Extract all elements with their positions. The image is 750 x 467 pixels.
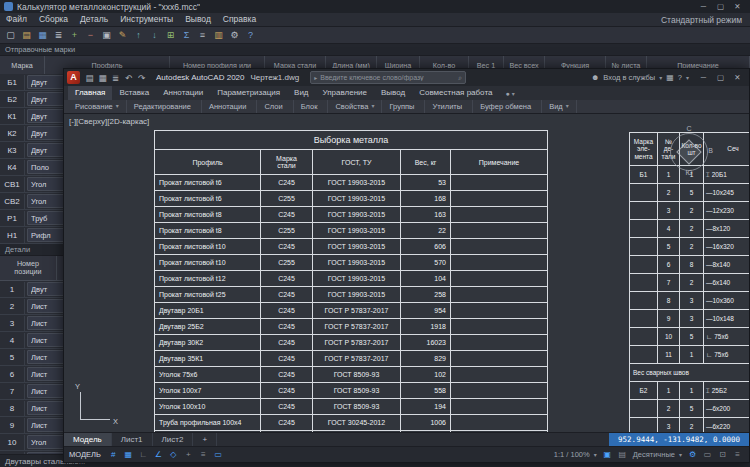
column-header[interactable]: Марка xyxy=(0,56,45,74)
ribbon-tab[interactable]: Вставка xyxy=(112,86,156,100)
position-number[interactable]: 6 xyxy=(0,367,25,382)
drawing-viewport[interactable]: [-][Сверху][2D-каркас] Выборка металла П… xyxy=(64,114,749,432)
ribbon-options-icon[interactable]: ● xyxy=(505,90,509,97)
object-snap-icon[interactable]: ◇ xyxy=(167,449,180,461)
snap-tracking-icon[interactable]: + xyxy=(182,449,195,461)
grid-icon[interactable]: # xyxy=(107,449,120,461)
mark-label[interactable]: Р1 xyxy=(0,211,25,226)
position-number[interactable]: 8 xyxy=(0,401,25,416)
ribbon-panel[interactable]: Буфер обмена xyxy=(473,100,542,113)
position-number[interactable]: 5 xyxy=(0,350,25,365)
save-icon[interactable]: ▦ xyxy=(35,29,50,42)
help-search-input[interactable]: ▸ Введите ключевое слово/фразу ⌕ xyxy=(310,71,466,84)
position-number[interactable]: 1 xyxy=(0,282,25,297)
app-minimize-button[interactable]: ─ xyxy=(695,0,712,13)
save-icon[interactable]: ▦ xyxy=(96,73,109,83)
layout-tab[interactable]: + xyxy=(193,433,217,446)
chart-icon[interactable]: ▥ xyxy=(211,29,226,42)
customization-icon[interactable]: ≡ xyxy=(731,449,744,461)
app-maximize-button[interactable]: ▢ xyxy=(712,0,729,13)
layout-tab[interactable]: Лист1 xyxy=(112,433,153,446)
position-number[interactable]: 2 xyxy=(0,299,25,314)
annotation-visibility-icon[interactable]: ▣ xyxy=(601,449,614,461)
chevron-down-icon[interactable]: ▾ xyxy=(659,74,662,81)
autocad-logo-icon[interactable]: A xyxy=(67,71,80,84)
ribbon-tab[interactable]: Вывод xyxy=(374,86,412,100)
ribbon-tab[interactable]: Управление xyxy=(316,86,374,100)
ribbon-panel[interactable]: Утилиты xyxy=(425,100,473,113)
chevron-down-icon[interactable]: ▾ xyxy=(679,451,682,458)
layout-tab[interactable]: Лист2 xyxy=(153,433,194,446)
delete-mark-icon[interactable]: − xyxy=(83,29,98,42)
layout-tab[interactable]: Модель xyxy=(64,433,112,446)
clean-screen-icon[interactable]: ⊡ xyxy=(716,449,729,461)
ribbon-tab[interactable]: Главная xyxy=(68,86,112,100)
position-number[interactable]: 9 xyxy=(0,418,25,433)
chevron-down-icon[interactable]: ▾ xyxy=(594,451,597,458)
ribbon-panel[interactable]: Группы xyxy=(382,100,425,113)
ribbon-panel[interactable]: Аннотации xyxy=(202,100,258,113)
mark-label[interactable]: К3 xyxy=(0,143,25,158)
viewport-controls-label[interactable]: [-][Сверху][2D-каркас] xyxy=(69,117,149,126)
workspace-gear-icon[interactable]: ⚙ xyxy=(686,449,699,461)
list-icon[interactable]: ≡ xyxy=(195,29,210,42)
mark-label[interactable]: Н1 xyxy=(0,228,25,243)
annotation-autoscale-icon[interactable]: ▤ xyxy=(616,449,629,461)
column-header-position[interactable]: Номер позиции xyxy=(0,256,57,280)
ribbon-panel[interactable]: Рисование▾ xyxy=(68,100,127,113)
signin-button[interactable]: Вход в службы xyxy=(603,73,655,82)
mark-label[interactable]: К1 xyxy=(0,109,25,124)
position-number[interactable]: 4 xyxy=(0,333,25,348)
model-space-label[interactable]: МОДЕЛЬ xyxy=(69,450,101,459)
position-number[interactable]: 10 xyxy=(0,435,25,450)
mark-label[interactable]: СВ1 xyxy=(0,177,25,192)
menu-item[interactable]: Деталь xyxy=(74,13,114,26)
ribbon-tab[interactable]: Аннотации xyxy=(156,86,210,100)
mark-label[interactable]: К4 xyxy=(0,160,25,175)
snap-mode-icon[interactable]: ▦ xyxy=(122,449,135,461)
viewcube-north-label[interactable]: С xyxy=(686,125,691,132)
units-value[interactable]: Десятичные xyxy=(633,450,675,459)
ribbon-panel[interactable]: Свойства▾ xyxy=(328,100,382,113)
help-menu[interactable]: ? xyxy=(678,73,682,82)
copy-icon[interactable]: ▣ xyxy=(99,29,114,42)
settings-icon[interactable]: ⚙ xyxy=(227,29,242,42)
menu-item[interactable]: Файл xyxy=(0,13,33,26)
undo-icon[interactable]: ↶ xyxy=(122,73,135,83)
new-doc-icon[interactable]: ▢ xyxy=(3,29,18,42)
chevron-down-icon[interactable]: ▾ xyxy=(686,74,689,81)
annotation-scale-value[interactable]: 1:1 / 100% xyxy=(554,450,590,459)
move-up-icon[interactable]: ↑ xyxy=(131,29,146,42)
annotation-monitor-icon[interactable]: ▭ xyxy=(701,449,714,461)
edit-icon[interactable]: ✎ xyxy=(115,29,130,42)
ortho-icon[interactable]: ∟ xyxy=(137,449,150,461)
open-folder-icon[interactable]: ▤ xyxy=(19,29,34,42)
viewcube-south-label[interactable]: Ю xyxy=(685,169,692,176)
print-icon[interactable]: ≣ xyxy=(109,73,122,83)
viewcube-east-label[interactable]: В xyxy=(708,147,713,154)
polar-tracking-icon[interactable]: ∠ xyxy=(152,449,165,461)
apps-icon[interactable]: ▦ xyxy=(666,73,674,82)
acad-maximize-button[interactable]: ▢ xyxy=(712,69,729,86)
viewcube[interactable]: С В Ю xyxy=(667,128,711,172)
acad-close-button[interactable]: ✕ xyxy=(729,69,746,86)
ribbon-panel[interactable]: Блок xyxy=(294,100,329,113)
mark-label[interactable]: СВ2 xyxy=(0,194,25,209)
ribbon-panel[interactable]: Слои xyxy=(257,100,293,113)
menu-item[interactable]: Инструменты xyxy=(114,13,179,26)
chevron-down-icon[interactable]: ▾ xyxy=(512,90,515,97)
mark-label[interactable]: Б1 xyxy=(0,75,25,90)
menu-item[interactable]: Сборка xyxy=(33,13,74,26)
open-file-icon[interactable]: ▤ xyxy=(83,73,96,83)
help-icon[interactable]: ? xyxy=(243,29,258,42)
app-close-button[interactable]: ✕ xyxy=(729,0,746,13)
menu-item[interactable]: Справка xyxy=(217,13,262,26)
add-mark-icon[interactable]: + xyxy=(67,29,82,42)
sum-icon[interactable]: Σ xyxy=(179,29,194,42)
lineweight-icon[interactable]: ≡ xyxy=(197,449,210,461)
table-icon[interactable]: ⊞ xyxy=(163,29,178,42)
dynamic-input-icon[interactable]: ▭ xyxy=(212,449,225,461)
print-icon[interactable]: ≣ xyxy=(51,29,66,42)
position-number[interactable]: 3 xyxy=(0,316,25,331)
acad-minimize-button[interactable]: ─ xyxy=(695,69,712,86)
